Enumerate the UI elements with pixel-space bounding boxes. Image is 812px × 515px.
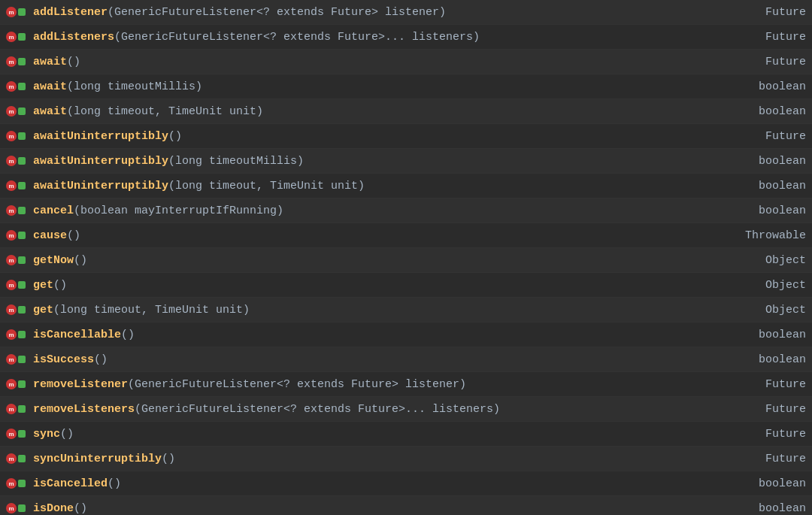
- method-params: (long timeout, TimeUnit unit): [53, 304, 250, 317]
- method-return-type: Future: [731, 453, 806, 465]
- method-signature: isCancelled(): [33, 477, 731, 490]
- table-row[interactable]: isDone()boolean: [0, 496, 812, 515]
- table-row[interactable]: awaitUninterruptibly()Future: [0, 124, 812, 149]
- method-params: (long timeoutMillis): [67, 80, 202, 93]
- method-name: isDone: [33, 502, 74, 515]
- method-icon-group: [6, 478, 30, 489]
- method-access-icon: [6, 106, 17, 117]
- method-signature: sync(): [33, 428, 731, 441]
- method-icon-group: [6, 453, 30, 464]
- table-row[interactable]: cause()Throwable: [0, 223, 812, 248]
- method-signature: awaitUninterruptibly(): [33, 130, 731, 143]
- method-icon-group: [6, 106, 30, 117]
- method-return-type: boolean: [731, 329, 806, 341]
- method-type-icon: [18, 504, 26, 512]
- method-signature: addListener(GenericFutureListener<? exte…: [33, 6, 731, 19]
- method-signature: isDone(): [33, 502, 731, 515]
- method-name: awaitUninterruptibly: [33, 180, 168, 192]
- method-type-icon: [18, 33, 26, 41]
- method-type-icon: [18, 232, 26, 239]
- method-access-icon: [6, 453, 17, 464]
- method-type-icon: [18, 331, 26, 338]
- method-name: syncUninterruptibly: [33, 453, 162, 465]
- table-row[interactable]: get(long timeout, TimeUnit unit)Object: [0, 298, 812, 323]
- method-params: (GenericFutureListener<? extends Future>…: [135, 403, 500, 416]
- method-icon-group: [6, 255, 30, 265]
- table-row[interactable]: addListener(GenericFutureListener<? exte…: [0, 0, 812, 25]
- method-params: (GenericFutureListener<? extends Future>…: [128, 378, 466, 391]
- method-access-icon: [6, 280, 17, 290]
- method-params: (GenericFutureListener<? extends Future>…: [114, 31, 480, 44]
- method-return-type: Future: [731, 378, 806, 391]
- method-params: (): [67, 229, 80, 242]
- table-row[interactable]: isSuccess()boolean: [0, 347, 812, 372]
- method-icon-group: [6, 429, 30, 439]
- method-name: removeListener: [33, 378, 128, 391]
- method-return-type: boolean: [731, 180, 806, 192]
- method-access-icon: [6, 81, 17, 92]
- method-type-icon: [18, 455, 26, 462]
- table-row[interactable]: await(long timeoutMillis)boolean: [0, 74, 812, 99]
- method-signature: await(long timeout, TimeUnit unit): [33, 105, 731, 118]
- method-signature: awaitUninterruptibly(long timeoutMillis): [33, 155, 731, 168]
- method-signature: getNow(): [33, 254, 731, 267]
- table-row[interactable]: isCancellable()boolean: [0, 323, 812, 347]
- table-row[interactable]: addListeners(GenericFutureListener<? ext…: [0, 25, 812, 50]
- method-icon-group: [6, 205, 30, 216]
- method-name: await: [33, 80, 67, 93]
- table-row[interactable]: sync()Future: [0, 422, 812, 447]
- method-type-icon: [18, 132, 26, 140]
- method-params: (): [74, 254, 87, 267]
- method-icon-group: [6, 379, 30, 389]
- method-name: get: [33, 279, 53, 292]
- method-type-icon: [18, 256, 26, 264]
- method-type-icon: [18, 182, 26, 189]
- method-icon-group: [6, 156, 30, 166]
- table-row[interactable]: awaitUninterruptibly(long timeout, TimeU…: [0, 174, 812, 198]
- method-return-type: Object: [731, 304, 806, 317]
- method-icon-group: [6, 354, 30, 365]
- method-icon-group: [6, 32, 30, 42]
- method-access-icon: [6, 7, 17, 17]
- table-row[interactable]: getNow()Object: [0, 248, 812, 273]
- table-row[interactable]: removeListener(GenericFutureListener<? e…: [0, 372, 812, 397]
- method-name: awaitUninterruptibly: [33, 155, 168, 168]
- method-name: isCancelled: [33, 477, 108, 490]
- method-return-type: boolean: [731, 155, 806, 168]
- method-type-icon: [18, 108, 26, 115]
- method-name: addListener: [33, 6, 108, 19]
- method-params: (GenericFutureListener<? extends Future>…: [108, 6, 446, 19]
- method-return-type: boolean: [731, 105, 806, 118]
- table-row[interactable]: await()Future: [0, 50, 812, 74]
- method-return-type: Future: [731, 428, 806, 441]
- method-access-icon: [6, 32, 17, 42]
- method-icon-group: [6, 404, 30, 414]
- method-name: cancel: [33, 204, 74, 217]
- table-row[interactable]: removeListeners(GenericFutureListener<? …: [0, 397, 812, 422]
- method-icon-group: [6, 7, 30, 17]
- table-row[interactable]: awaitUninterruptibly(long timeoutMillis)…: [0, 149, 812, 174]
- table-row[interactable]: isCancelled()boolean: [0, 471, 812, 496]
- table-row[interactable]: cancel(boolean mayInterruptIfRunning)boo…: [0, 198, 812, 223]
- method-name: getNow: [33, 254, 74, 267]
- method-access-icon: [6, 230, 17, 241]
- method-params: (long timeoutMillis): [168, 155, 304, 168]
- table-row[interactable]: get()Object: [0, 273, 812, 298]
- method-access-icon: [6, 56, 17, 67]
- table-row[interactable]: await(long timeout, TimeUnit unit)boolea…: [0, 99, 812, 124]
- method-name: await: [33, 105, 67, 118]
- method-signature: syncUninterruptibly(): [33, 453, 731, 465]
- method-return-type: Object: [731, 254, 806, 267]
- method-icon-group: [6, 329, 30, 340]
- method-icon-group: [6, 56, 30, 67]
- method-params: (): [121, 329, 135, 341]
- method-signature: removeListeners(GenericFutureListener<? …: [33, 403, 731, 416]
- method-signature: get(long timeout, TimeUnit unit): [33, 304, 731, 317]
- method-return-type: boolean: [731, 204, 806, 217]
- method-access-icon: [6, 404, 17, 414]
- method-icon-group: [6, 180, 30, 191]
- method-signature: get(): [33, 279, 731, 292]
- table-row[interactable]: syncUninterruptibly()Future: [0, 447, 812, 471]
- method-name: isCancellable: [33, 329, 121, 341]
- method-type-icon: [18, 380, 26, 388]
